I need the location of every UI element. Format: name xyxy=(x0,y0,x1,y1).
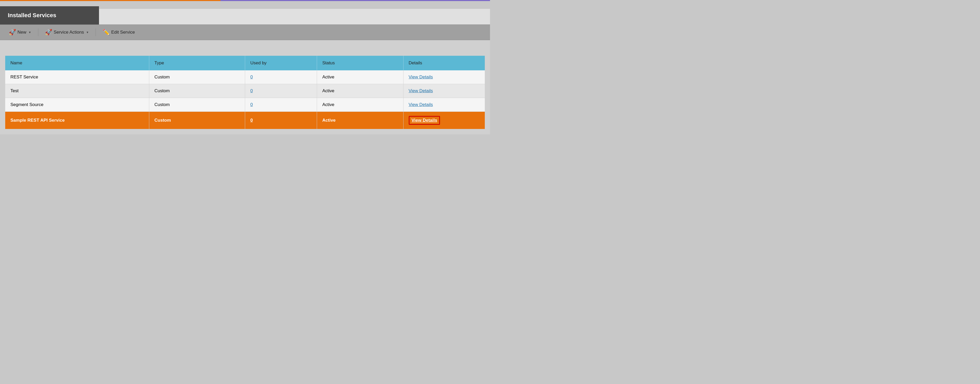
cell-usedby: 0 xyxy=(245,70,317,84)
cell-status: Active xyxy=(317,84,403,98)
cell-details[interactable]: View Details xyxy=(403,84,485,98)
cell-status: Active xyxy=(317,98,403,112)
col-header-usedby: Used by xyxy=(245,56,317,70)
view-details-link[interactable]: View Details xyxy=(409,75,433,80)
new-rocket-icon: 🚀 xyxy=(9,29,16,36)
cell-usedby: 0 xyxy=(245,112,317,129)
separator-2 xyxy=(95,29,96,36)
used-by-link[interactable]: 0 xyxy=(250,102,253,107)
cell-name: REST Service xyxy=(5,70,149,84)
table-header-row: Name Type Used by Status Details xyxy=(5,56,485,70)
spacer-row xyxy=(0,40,490,51)
services-table: Name Type Used by Status Details REST Se… xyxy=(5,56,485,129)
header-area: Installed Services xyxy=(0,1,490,24)
new-dropdown-arrow: ▼ xyxy=(29,31,31,34)
view-details-link[interactable]: View Details xyxy=(412,118,438,123)
cell-details[interactable]: View Details xyxy=(403,98,485,112)
cell-name: Segment Source xyxy=(5,98,149,112)
cell-type: Custom xyxy=(149,98,245,112)
cell-details[interactable]: View Details xyxy=(403,70,485,84)
cell-status: Active xyxy=(317,70,403,84)
table-container: Name Type Used by Status Details REST Se… xyxy=(0,51,490,134)
view-details-link[interactable]: View Details xyxy=(409,102,433,107)
header-title: Installed Services xyxy=(8,12,56,19)
cell-name: Test xyxy=(5,84,149,98)
installed-services-tab[interactable]: Installed Services xyxy=(0,6,99,24)
table-row[interactable]: Sample REST API ServiceCustom0ActiveView… xyxy=(5,112,485,129)
service-actions-button[interactable]: 🚀 Service Actions ▼ xyxy=(41,27,92,38)
service-actions-label: Service Actions xyxy=(54,30,84,35)
edit-service-button[interactable]: ✏️ Edit Service xyxy=(99,27,138,38)
cell-usedby: 0 xyxy=(245,84,317,98)
col-header-type: Type xyxy=(149,56,245,70)
new-button[interactable]: 🚀 New ▼ xyxy=(5,27,35,38)
table-body: REST ServiceCustom0ActiveView DetailsTes… xyxy=(5,70,485,129)
col-header-details: Details xyxy=(403,56,485,70)
service-actions-dropdown-arrow: ▼ xyxy=(86,31,89,34)
header-tab-right xyxy=(99,9,490,24)
col-header-name: Name xyxy=(5,56,149,70)
toolbar: 🚀 New ▼ 🚀 Service Actions ▼ ✏️ Edit Serv… xyxy=(0,24,490,40)
cell-usedby: 0 xyxy=(245,98,317,112)
used-by-link[interactable]: 0 xyxy=(250,118,253,123)
separator-1 xyxy=(38,29,38,36)
table-row[interactable]: TestCustom0ActiveView Details xyxy=(5,84,485,98)
cell-type: Custom xyxy=(149,70,245,84)
view-details-link[interactable]: View Details xyxy=(409,88,433,93)
edit-service-pencil-icon: ✏️ xyxy=(103,29,110,36)
cell-type: Custom xyxy=(149,112,245,129)
cell-name: Sample REST API Service xyxy=(5,112,149,129)
used-by-link[interactable]: 0 xyxy=(250,75,253,80)
cell-details[interactable]: View Details xyxy=(403,112,485,129)
used-by-link[interactable]: 0 xyxy=(250,88,253,93)
cell-type: Custom xyxy=(149,84,245,98)
new-label: New xyxy=(18,30,26,35)
service-actions-rocket-icon: 🚀 xyxy=(45,29,52,36)
edit-service-label: Edit Service xyxy=(111,30,135,35)
col-header-status: Status xyxy=(317,56,403,70)
table-row[interactable]: REST ServiceCustom0ActiveView Details xyxy=(5,70,485,84)
table-row[interactable]: Segment SourceCustom0ActiveView Details xyxy=(5,98,485,112)
cell-status: Active xyxy=(317,112,403,129)
